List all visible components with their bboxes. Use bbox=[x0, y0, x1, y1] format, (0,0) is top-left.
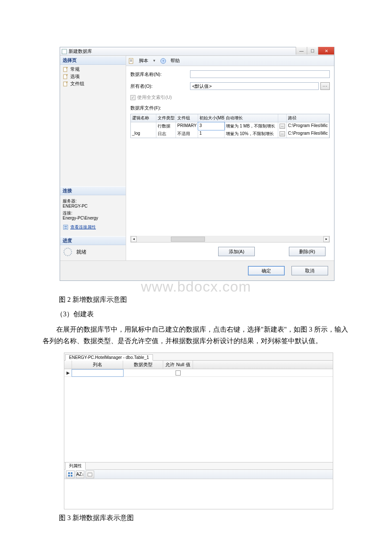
col-filegroup: 文件组 bbox=[176, 114, 198, 122]
server-value: ENERGY-PC bbox=[63, 204, 123, 209]
column-properties-tab[interactable]: 列属性 bbox=[65, 462, 86, 470]
dbname-input[interactable] bbox=[190, 70, 330, 78]
step3-paragraph: 在展开的数据库节中，用鼠标中自己建立的数据库，点击右键，选择"新建表"，如图 3… bbox=[43, 324, 349, 347]
maximize-button[interactable]: ☐ bbox=[307, 47, 318, 55]
row-marker-icon: ▶ bbox=[64, 369, 72, 376]
dialog-footer: 确定 取消 bbox=[60, 260, 334, 280]
dbname-label: 数据库名称(N): bbox=[130, 71, 190, 78]
watermark: www.bdocx.com bbox=[0, 278, 392, 295]
cell-growth: 增量为 1 MB，不限制增长 bbox=[225, 122, 278, 130]
column-row[interactable]: ▶ bbox=[64, 369, 333, 377]
dialog-toolbar: 脚本 ▼ ? 帮助 bbox=[126, 56, 334, 66]
cancel-button[interactable]: 取消 bbox=[291, 266, 328, 275]
col-logical-name: 逻辑名称 bbox=[131, 114, 156, 122]
svg-rect-3 bbox=[63, 225, 68, 229]
svg-rect-11 bbox=[68, 475, 70, 477]
cell-size[interactable]: 3 bbox=[198, 122, 225, 130]
cell-name[interactable] bbox=[131, 122, 156, 130]
ok-button[interactable]: 确定 bbox=[248, 266, 285, 275]
row-selector-header bbox=[64, 361, 72, 369]
page-general[interactable]: 常规 bbox=[60, 66, 126, 73]
conn-label: 连接: bbox=[63, 211, 123, 216]
grid-header: 逻辑名称 文件类型 文件组 初始大小(MB) 自动增长 路径 bbox=[131, 114, 329, 122]
sort-arrow-icon: ↓ bbox=[82, 472, 84, 477]
server-label: 服务器: bbox=[63, 199, 123, 204]
svg-rect-4 bbox=[64, 226, 67, 227]
help-button[interactable]: 帮助 bbox=[170, 58, 180, 64]
close-button[interactable]: ✕ bbox=[318, 47, 334, 55]
fulltext-checkbox[interactable]: ✓ bbox=[130, 95, 135, 100]
column-name-input[interactable] bbox=[72, 370, 123, 376]
minimize-button[interactable]: — bbox=[296, 47, 307, 55]
scroll-right-icon[interactable]: ▸ bbox=[323, 236, 329, 242]
page-label: 常规 bbox=[70, 66, 80, 72]
properties-toolbar: AZ↓ bbox=[64, 470, 333, 479]
grid-row[interactable]: 行数据 PRIMARY 3 增量为 1 MB，不限制增长 ... C:\Prog… bbox=[131, 122, 329, 130]
new-database-dialog: 新建数据库 — ☐ ✕ 选择页 常规 选项 bbox=[60, 47, 334, 281]
growth-browse-button[interactable]: ... bbox=[280, 124, 285, 129]
connection-header: 连接 bbox=[60, 186, 126, 195]
view-connection-link[interactable]: 查看连接属性 bbox=[70, 225, 96, 230]
cell-path: C:\Program Files\Mic bbox=[287, 122, 329, 130]
titlebar[interactable]: 新建数据库 — ☐ ✕ bbox=[60, 47, 334, 56]
page-filegroups[interactable]: 文件组 bbox=[60, 80, 126, 87]
grid-row[interactable]: _log 日志 不适用 1 增量为 10%，不限制增长 ... C:\Progr… bbox=[131, 130, 329, 138]
svg-rect-9 bbox=[68, 472, 70, 474]
growth-browse-button[interactable]: ... bbox=[280, 131, 285, 136]
properties-body bbox=[64, 479, 333, 509]
cell-group: 不适用 bbox=[176, 130, 198, 138]
col-autogrow: 自动增长 bbox=[225, 114, 278, 122]
svg-rect-5 bbox=[64, 228, 67, 228]
sort-a: A bbox=[76, 472, 79, 477]
cell-path: C:\Program Files\Mic bbox=[287, 130, 329, 138]
svg-rect-10 bbox=[71, 472, 72, 474]
dbfiles-label: 数据库文件(F): bbox=[130, 105, 330, 111]
col-file-type: 文件类型 bbox=[156, 114, 176, 122]
app-icon bbox=[62, 49, 67, 54]
allownull-checkbox[interactable] bbox=[176, 370, 181, 376]
remove-button[interactable]: 删除(R) bbox=[289, 247, 326, 256]
columns-grid[interactable]: 列名 数据类型 允许 Null 值 ▶ bbox=[64, 361, 333, 377]
owner-browse-button[interactable]: ... bbox=[320, 82, 330, 90]
script-dropdown-icon[interactable]: ▼ bbox=[153, 59, 156, 63]
progress-spinner-icon bbox=[63, 248, 72, 256]
page-options[interactable]: 选项 bbox=[60, 73, 126, 80]
cell-name[interactable]: _log bbox=[131, 130, 156, 138]
table-designer: ENERGY-PC.HotelManager - dbo.Table_1 列名 … bbox=[64, 353, 333, 509]
dialog-title: 新建数据库 bbox=[69, 48, 92, 55]
cell-type: 日志 bbox=[156, 130, 176, 138]
col-datatype: 数据类型 bbox=[123, 361, 163, 369]
properties-icon bbox=[63, 224, 69, 230]
svg-rect-6 bbox=[129, 58, 133, 64]
scroll-thumb[interactable] bbox=[171, 237, 205, 242]
page-icon bbox=[63, 74, 69, 80]
page-label: 选项 bbox=[70, 73, 80, 80]
page-icon bbox=[63, 81, 69, 87]
progress-header: 进度 bbox=[60, 236, 126, 245]
script-button[interactable]: 脚本 bbox=[139, 58, 148, 64]
svg-rect-12 bbox=[71, 475, 72, 477]
figure2-caption: 图 2 新增数据库示意图 bbox=[59, 295, 392, 304]
progress-text: 就绪 bbox=[76, 249, 86, 256]
owner-input[interactable] bbox=[190, 82, 319, 90]
grid-hscrollbar[interactable]: ◂ ▸ bbox=[130, 236, 330, 243]
col-allownull: 允许 Null 值 bbox=[163, 361, 193, 369]
cell-size[interactable]: 1 bbox=[198, 130, 225, 138]
scroll-left-icon[interactable]: ◂ bbox=[131, 236, 137, 242]
col-autogrow-btn bbox=[278, 114, 287, 122]
add-button[interactable]: 添加(A) bbox=[218, 247, 255, 256]
fulltext-label: 使用全文索引(U) bbox=[137, 94, 172, 101]
dbfiles-grid[interactable]: 逻辑名称 文件类型 文件组 初始大小(MB) 自动增长 路径 行数据 PRIMA… bbox=[130, 114, 330, 138]
categorized-button[interactable] bbox=[66, 471, 75, 478]
col-initial-size: 初始大小(MB) bbox=[198, 114, 225, 122]
alphabetical-button[interactable]: AZ↓ bbox=[76, 471, 84, 478]
property-pages-button[interactable] bbox=[86, 471, 94, 478]
main-pane: 脚本 ▼ ? 帮助 数据库名称(N): 所有者(O): ... bbox=[126, 56, 334, 260]
left-pane: 选择页 常规 选项 文件组 连接 bbox=[60, 56, 126, 260]
designer-tab[interactable]: ENERGY-PC.HotelManager - dbo.Table_1 bbox=[65, 354, 153, 361]
select-page-header: 选择页 bbox=[60, 56, 126, 65]
script-icon bbox=[129, 58, 135, 64]
owner-label: 所有者(O): bbox=[130, 83, 190, 90]
connection-info: 服务器: ENERGY-PC 连接: Energy-PC\Energy 查看连接… bbox=[60, 195, 126, 232]
help-icon: ? bbox=[160, 58, 166, 64]
